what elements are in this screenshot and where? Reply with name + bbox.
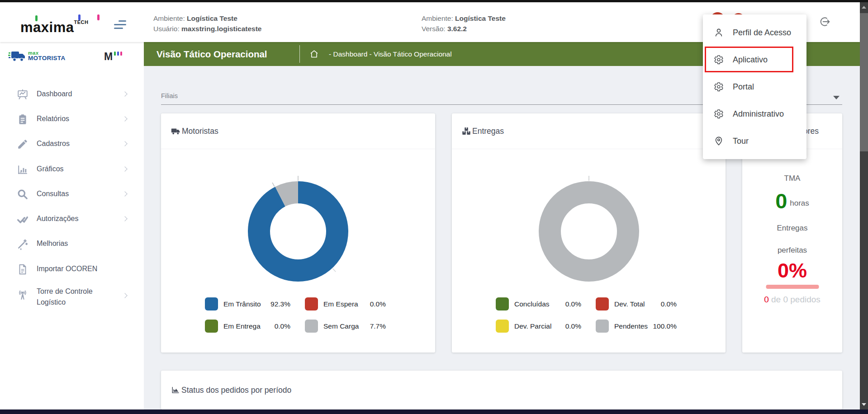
chevron-right-icon: [122, 166, 127, 171]
legend-label: Concluídas: [514, 297, 550, 311]
logo-green-tick: [35, 15, 38, 21]
sidebar-item-torre-de-controle[interactable]: Torre de Controle Logístico: [0, 282, 144, 307]
legend-label: Dev. Parcial: [514, 320, 551, 333]
brand-word: maxima: [20, 19, 74, 35]
menu-item-tour[interactable]: Tour: [703, 127, 806, 155]
environment-version-info: Ambiente: Logística Teste Versão: 3.62.2: [422, 13, 506, 34]
legend-swatch: [305, 320, 318, 333]
maxima-tech-logo: maximaTECH: [20, 19, 88, 36]
status-card-header: Status dos pedidos por período: [161, 371, 842, 409]
legend-swatch: [305, 297, 318, 310]
filiais-select-label[interactable]: Filiais: [161, 92, 178, 99]
person-icon: [714, 28, 724, 39]
ambiente-value: Logística Teste: [187, 14, 237, 22]
chevron-right-icon: [122, 91, 127, 96]
status-title: Status dos pedidos por período: [181, 386, 291, 395]
legend-value: 0.0%: [259, 320, 290, 333]
entregas-card: Entregas Concluídas 0.0% Dev. Total 0.0%…: [452, 113, 726, 353]
chevron-right-icon: [122, 216, 127, 221]
entregas-donut-chart: [521, 164, 657, 299]
user-dropdown-menu: Perfil de Acesso Aplicativo Portal: [703, 14, 806, 159]
sidebar: max MOTORISTA M Dashboard Relatórios: [0, 42, 144, 409]
menu-item-portal[interactable]: Portal: [703, 73, 806, 100]
logo-pink-tick: [97, 14, 100, 20]
pencil-icon: [17, 138, 28, 152]
sidebar-item-graficos[interactable]: Gráficos: [0, 159, 144, 179]
area-chart-icon: [171, 386, 180, 395]
app-window: maximaTECH Ambiente: Logística Teste Usu…: [0, 0, 868, 414]
usuario-label: Usuário:: [153, 25, 180, 33]
antenna-icon: [17, 289, 28, 303]
sidebar-item-cadastros[interactable]: Cadastros: [0, 134, 144, 154]
double-check-icon: [17, 213, 28, 227]
status-pedidos-card: Status dos pedidos por período: [161, 371, 842, 409]
logo-blue-tick: [78, 14, 81, 20]
clipboard-icon: [17, 113, 28, 127]
menu-item-aplicativo[interactable]: Aplicativo: [703, 46, 806, 73]
entregas-card-header: Entregas: [452, 113, 726, 149]
wand-icon: [17, 238, 28, 252]
motoristas-title: Motoristas: [182, 127, 218, 136]
menu-item-perfil-de-acesso[interactable]: Perfil de Acesso: [703, 19, 806, 46]
gear-icon: [714, 55, 724, 66]
legend-value: 0.0%: [550, 297, 581, 311]
entregas-perfeitas-line2: perfeitas: [742, 246, 842, 255]
scrollbar-thumb[interactable]: [860, 13, 868, 151]
chevron-right-icon: [122, 116, 127, 121]
usuario-value: maxstring.logisticateste: [181, 25, 261, 33]
vertical-scrollbar[interactable]: [860, 2, 868, 414]
sidebar-item-melhorias[interactable]: Melhorias: [0, 234, 144, 254]
legend-label: Sem Carga: [323, 320, 359, 333]
max-motorista-logo[interactable]: max MOTORISTA M: [8, 50, 139, 65]
bar-chart-icon: [17, 164, 28, 177]
legend-swatch: [205, 297, 218, 310]
boxes-icon: [462, 127, 471, 136]
legend-swatch: [596, 297, 609, 310]
chevron-right-icon: [122, 191, 127, 196]
motoristas-card-header: Motoristas: [161, 113, 435, 149]
versao-label: Versão:: [422, 25, 446, 33]
search-icon: [17, 188, 28, 202]
perfect-deliveries-percent: 0%: [742, 259, 842, 282]
legend-swatch: [496, 320, 509, 333]
legend-value: 100.0%: [645, 320, 677, 333]
chevron-down-icon[interactable]: [833, 96, 840, 99]
legend-value: 0.0%: [645, 297, 677, 311]
tma-hours-value: 0: [775, 189, 787, 213]
breadcrumb: - Dashboard - Visão Tático Operacional: [329, 42, 452, 66]
tma-value-row: 0horas: [742, 188, 842, 211]
legend-swatch: [496, 297, 509, 310]
percent-underline-bar: [766, 285, 819, 289]
sidebar-item-consultas[interactable]: Consultas: [0, 184, 144, 204]
entregas-title: Entregas: [472, 127, 504, 136]
home-icon[interactable]: [309, 49, 319, 61]
legend-value: 7.7%: [354, 320, 386, 333]
scroll-up-arrow-icon[interactable]: [860, 2, 868, 12]
maxima-m-logo: M: [104, 51, 122, 63]
legend-value: 92.3%: [259, 297, 290, 311]
legend-row: Em Trânsito 92.3% Em Espera 0.0%: [161, 297, 435, 311]
tma-label: TMA: [742, 174, 842, 183]
legend-swatch: [205, 320, 218, 333]
logout-icon[interactable]: [819, 16, 830, 28]
chevron-right-icon: [122, 141, 127, 146]
document-icon: [17, 263, 28, 277]
sidebar-item-relatorios[interactable]: Relatórios: [0, 109, 144, 129]
scroll-down-arrow-icon[interactable]: [860, 400, 868, 409]
ambiente-label-2: Ambiente:: [422, 14, 453, 22]
versao-value: 3.62.2: [447, 25, 467, 33]
page-title: Visão Tático Operacional: [157, 42, 267, 66]
legend-label: Em Espera: [323, 297, 358, 311]
legend-label: Pendentes: [614, 320, 648, 333]
ambiente-label: Ambiente:: [153, 14, 185, 22]
menu-item-administrativo[interactable]: Administrativo: [703, 100, 806, 127]
window-bottom-edge: [0, 409, 868, 414]
menu-toggle-icon[interactable]: [114, 20, 128, 30]
sidebar-item-autorizacoes[interactable]: Autorizações: [0, 209, 144, 229]
environment-user-info: Ambiente: Logística Teste Usuário: maxst…: [153, 13, 261, 34]
legend-label: Em Trânsito: [223, 297, 261, 311]
header-divider: [299, 45, 300, 63]
legend-row: Concluídas 0.0% Dev. Total 0.0%: [452, 297, 726, 311]
sidebar-item-importar-ocoren[interactable]: Importar OCOREN: [0, 259, 144, 279]
sidebar-item-dashboard[interactable]: Dashboard: [0, 84, 144, 104]
